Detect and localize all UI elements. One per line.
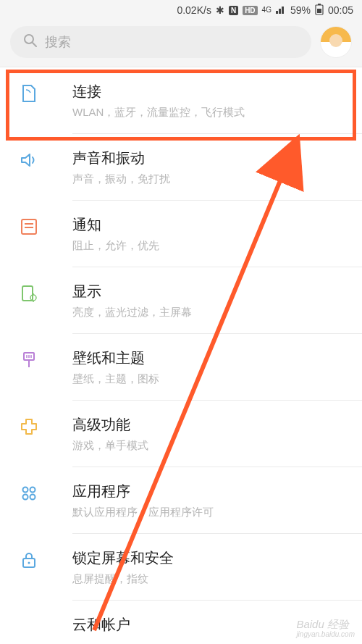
item-text: 通知 阻止，允许，优先 — [72, 215, 349, 253]
item-text: 显示 亮度，蓝光过滤，主屏幕 — [72, 282, 349, 319]
icon-wrap — [13, 282, 72, 304]
apps-icon — [19, 483, 39, 503]
icon-wrap — [13, 615, 72, 637]
svg-point-3 — [25, 35, 33, 43]
svg-line-4 — [33, 43, 36, 46]
icon-wrap — [13, 415, 72, 437]
svg-point-19 — [23, 495, 28, 500]
settings-item-lock[interactable]: 锁定屏幕和安全 息屏提醒，指纹 — [0, 534, 362, 601]
battery-percent: 59% — [290, 4, 311, 16]
settings-list: 连接 WLAN，蓝牙，流量监控，飞行模式 声音和振动 声音，振动，免打扰 通知 … — [0, 67, 362, 644]
item-title: 应用程序 — [72, 482, 349, 501]
icon-wrap — [13, 548, 72, 570]
sim-icon — [19, 83, 39, 104]
item-subtitle: 游戏，单手模式 — [72, 439, 349, 453]
item-subtitle: 亮度，蓝光过滤，主屏幕 — [72, 306, 349, 319]
display-icon — [19, 283, 39, 304]
settings-item-connections[interactable]: 连接 WLAN，蓝牙，流量监控，飞行模式 — [0, 67, 362, 134]
item-text: 连接 WLAN，蓝牙，流量监控，飞行模式 — [72, 82, 349, 120]
battery-icon — [315, 4, 324, 17]
item-subtitle: 壁纸，主题，图标 — [72, 372, 349, 386]
network-type: 4G — [262, 7, 272, 14]
bluetooth-icon: ✱ — [216, 4, 224, 16]
nfc-icon: N — [229, 6, 238, 15]
list-icon — [19, 217, 39, 237]
item-title: 高级功能 — [72, 415, 349, 435]
icon-wrap — [13, 482, 72, 503]
settings-item-wallpaper[interactable]: 壁纸和主题 壁纸，主题，图标 — [0, 334, 362, 401]
search-icon — [23, 33, 38, 51]
settings-item-display[interactable]: 显示 亮度，蓝光过滤，主屏幕 — [0, 267, 362, 334]
item-title: 通知 — [72, 215, 349, 235]
watermark: Baidu 经验 jingyan.baidu.com — [296, 618, 355, 638]
item-subtitle: 默认应用程序，应用程序许可 — [72, 506, 349, 519]
item-text: 锁定屏幕和安全 息屏提醒，指纹 — [72, 548, 349, 586]
search-row: 搜索 — [0, 20, 362, 67]
item-subtitle: 声音，振动，免打扰 — [72, 172, 349, 186]
svg-point-20 — [30, 495, 35, 500]
svg-rect-1 — [318, 4, 321, 5]
svg-point-17 — [23, 488, 28, 493]
status-bar: 0.02K/s ✱ N HD 4G 59% 00:05 — [0, 0, 362, 20]
item-subtitle: WLAN，蓝牙，流量监控，飞行模式 — [72, 106, 349, 120]
search-placeholder: 搜索 — [45, 33, 71, 51]
signal-icon — [276, 4, 286, 16]
brush-icon — [19, 350, 39, 370]
icon-wrap — [13, 149, 72, 170]
clock: 00:05 — [328, 4, 353, 16]
item-title: 锁定屏幕和安全 — [72, 548, 349, 568]
icon-wrap — [13, 215, 72, 237]
watermark-sub: jingyan.baidu.com — [296, 630, 355, 638]
hd-icon: HD — [243, 6, 257, 15]
item-title: 声音和振动 — [72, 149, 349, 168]
svg-point-22 — [28, 562, 30, 564]
settings-item-notifications[interactable]: 通知 阻止，允许，优先 — [0, 201, 362, 267]
item-title: 显示 — [72, 282, 349, 301]
item-subtitle: 阻止，允许，优先 — [72, 239, 349, 253]
svg-rect-2 — [317, 9, 321, 13]
item-text: 声音和振动 声音，振动，免打扰 — [72, 149, 349, 186]
item-title: 连接 — [72, 82, 349, 101]
item-title: 壁纸和主题 — [72, 348, 349, 368]
item-text: 壁纸和主题 壁纸，主题，图标 — [72, 348, 349, 386]
speaker-icon — [19, 150, 39, 170]
item-text: 高级功能 游戏，单手模式 — [72, 415, 349, 453]
settings-item-apps[interactable]: 应用程序 默认应用程序，应用程序许可 — [0, 467, 362, 534]
cloud-icon — [19, 616, 39, 637]
plus-icon — [19, 417, 39, 437]
watermark-main: Baidu 经验 — [296, 618, 349, 630]
settings-item-sound[interactable]: 声音和振动 声音，振动，免打扰 — [0, 134, 362, 201]
avatar[interactable] — [320, 26, 352, 58]
icon-wrap — [13, 82, 72, 104]
item-subtitle: 息屏提醒，指纹 — [72, 572, 349, 586]
svg-point-18 — [30, 488, 35, 493]
search-input[interactable]: 搜索 — [10, 26, 311, 58]
icon-wrap — [13, 348, 72, 370]
item-text: 应用程序 默认应用程序，应用程序许可 — [72, 482, 349, 519]
network-speed: 0.02K/s — [177, 4, 211, 16]
settings-item-advanced[interactable]: 高级功能 游戏，单手模式 — [0, 401, 362, 467]
lock-icon — [19, 550, 39, 570]
